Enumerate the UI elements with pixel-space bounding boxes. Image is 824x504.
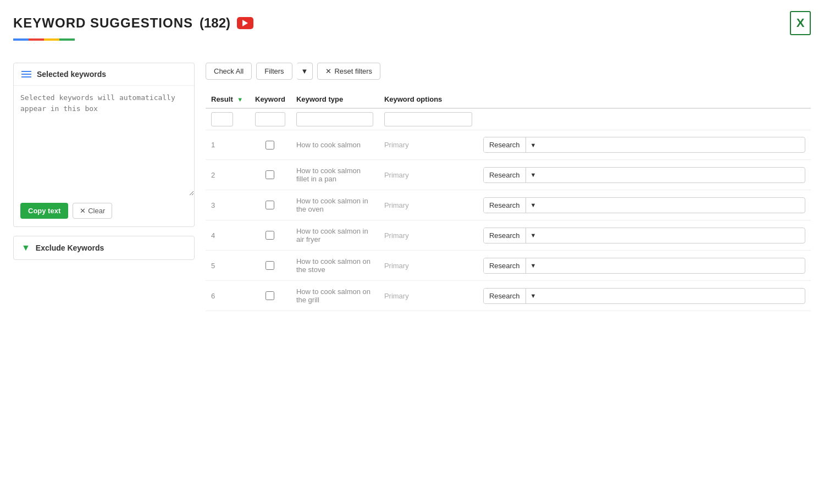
research-button-1[interactable]: Research <box>484 168 526 182</box>
header-left: KEYWORD SUGGESTIONS (182) <box>13 15 253 31</box>
cell-checkbox-4 <box>250 251 291 281</box>
cell-checkbox-5 <box>250 281 291 311</box>
cell-keyword-1[interactable]: How to cook salmon fillet in a pan <box>291 160 379 190</box>
research-btn-group-1: Research ▼ <box>483 167 805 183</box>
col-type: Keyword type <box>291 91 379 108</box>
clear-button[interactable]: ✕ Clear <box>73 203 112 219</box>
exclude-keywords-header: ▼ Exclude Keywords <box>14 236 194 259</box>
cell-options-0: Research ▼ <box>478 130 811 160</box>
cell-checkbox-0 <box>250 130 291 160</box>
research-dropdown-5[interactable]: ▼ <box>526 289 541 303</box>
filter-icon: ▼ <box>21 243 30 253</box>
check-all-button[interactable]: Check All <box>206 63 252 80</box>
research-btn-group-4: Research ▼ <box>483 258 805 274</box>
cell-result-4: 5 <box>206 251 250 281</box>
cell-options-3: Research ▼ <box>478 220 811 251</box>
cell-type-2: Primary <box>379 190 478 220</box>
hamburger-icon[interactable] <box>21 71 31 77</box>
table-row: 3 How to cook salmon in the oven Primary… <box>206 190 811 220</box>
table-header-row: Result ▼ Keyword Keyword type Keyword op… <box>206 91 811 108</box>
col-keyword: Keyword <box>250 91 291 108</box>
row-checkbox-0[interactable] <box>266 141 274 149</box>
table-row: 2 How to cook salmon fillet in a pan Pri… <box>206 160 811 190</box>
color-bar-blue <box>13 38 29 41</box>
table-row: 5 How to cook salmon on the stove Primar… <box>206 251 811 281</box>
cell-checkbox-1 <box>250 160 291 190</box>
cell-checkbox-2 <box>250 190 291 220</box>
cell-result-2: 3 <box>206 190 250 220</box>
filter-keyword-cell <box>250 108 291 130</box>
cell-options-5: Research ▼ <box>478 281 811 311</box>
copy-clear-row: Copy text ✕ Clear <box>14 197 194 226</box>
filter-keyword-input[interactable] <box>255 112 285 126</box>
reset-label: Reset filters <box>334 67 372 75</box>
filter-result-cell <box>206 108 250 130</box>
page-title: KEYWORD SUGGESTIONS <box>13 15 193 31</box>
cell-keyword-5[interactable]: How to cook salmon on the grill <box>291 281 379 311</box>
table-row: 1 How to cook salmon Primary Research ▼ <box>206 130 811 160</box>
cell-options-2: Research ▼ <box>478 190 811 220</box>
row-checkbox-2[interactable] <box>266 201 274 209</box>
row-checkbox-5[interactable] <box>266 291 274 300</box>
table-row: 6 How to cook salmon on the grill Primar… <box>206 281 811 311</box>
filter-result-input[interactable] <box>211 112 233 126</box>
research-btn-group-3: Research ▼ <box>483 228 805 243</box>
copy-text-button[interactable]: Copy text <box>20 203 68 219</box>
filter-type-input[interactable] <box>296 112 373 126</box>
excel-icon-label: X <box>797 16 805 30</box>
filter-row <box>206 108 811 130</box>
color-bar-red <box>29 38 44 41</box>
cell-keyword-3[interactable]: How to cook salmon in air fryer <box>291 220 379 251</box>
cell-options-4: Research ▼ <box>478 251 811 281</box>
keywords-textarea[interactable] <box>14 86 194 196</box>
color-bar <box>13 38 811 41</box>
reset-x-icon: ✕ <box>325 67 331 75</box>
keywords-table: Result ▼ Keyword Keyword type Keyword op… <box>206 91 811 311</box>
youtube-icon[interactable] <box>237 17 253 29</box>
research-btn-group-2: Research ▼ <box>483 197 805 213</box>
selected-keywords-header: Selected keywords <box>14 63 194 86</box>
clear-label: Clear <box>88 207 105 215</box>
research-button-4[interactable]: Research <box>484 258 526 273</box>
cell-type-5: Primary <box>379 281 478 311</box>
research-button-3[interactable]: Research <box>484 228 526 243</box>
sidebar: Selected keywords Copy text ✕ Clear <box>13 63 195 311</box>
main-layout: Selected keywords Copy text ✕ Clear <box>13 63 811 311</box>
color-bar-green <box>59 38 75 41</box>
cell-keyword-2[interactable]: How to cook salmon in the oven <box>291 190 379 220</box>
research-button-0[interactable]: Research <box>484 137 526 152</box>
cell-result-5: 6 <box>206 281 250 311</box>
research-dropdown-3[interactable]: ▼ <box>526 228 541 243</box>
color-bar-yellow <box>44 38 59 41</box>
table-row: 4 How to cook salmon in air fryer Primar… <box>206 220 811 251</box>
row-checkbox-1[interactable] <box>266 170 274 179</box>
cell-result-1: 2 <box>206 160 250 190</box>
research-btn-group-0: Research ▼ <box>483 137 805 153</box>
filters-button[interactable]: Filters <box>256 63 292 80</box>
cell-result-3: 4 <box>206 220 250 251</box>
col-options: Keyword options <box>379 91 478 108</box>
research-dropdown-1[interactable]: ▼ <box>526 168 541 182</box>
research-dropdown-4[interactable]: ▼ <box>526 258 541 273</box>
row-checkbox-4[interactable] <box>266 261 274 270</box>
row-checkbox-3[interactable] <box>266 231 274 240</box>
content-area: Check All Filters ▼ ✕ Reset filters Resu… <box>206 63 811 311</box>
cell-keyword-0[interactable]: How to cook salmon <box>291 130 379 160</box>
research-dropdown-0[interactable]: ▼ <box>526 137 541 152</box>
clear-x-icon: ✕ <box>80 207 86 215</box>
exclude-keywords-panel: ▼ Exclude Keywords <box>13 236 195 260</box>
filter-options-cell <box>379 108 478 130</box>
exclude-keywords-title: Exclude Keywords <box>36 243 104 252</box>
filter-options-input[interactable] <box>384 112 472 126</box>
sort-arrow-icon: ▼ <box>237 96 243 103</box>
filters-dropdown-button[interactable]: ▼ <box>297 63 313 80</box>
research-button-5[interactable]: Research <box>484 289 526 303</box>
research-dropdown-2[interactable]: ▼ <box>526 198 541 213</box>
col-result: Result ▼ <box>206 91 250 108</box>
selected-keywords-panel: Selected keywords Copy text ✕ Clear <box>13 63 195 227</box>
filter-type-cell <box>291 108 379 130</box>
reset-filters-button[interactable]: ✕ Reset filters <box>317 63 380 80</box>
cell-keyword-4[interactable]: How to cook salmon on the stove <box>291 251 379 281</box>
excel-export-button[interactable]: X <box>790 11 811 35</box>
research-button-2[interactable]: Research <box>484 198 526 213</box>
